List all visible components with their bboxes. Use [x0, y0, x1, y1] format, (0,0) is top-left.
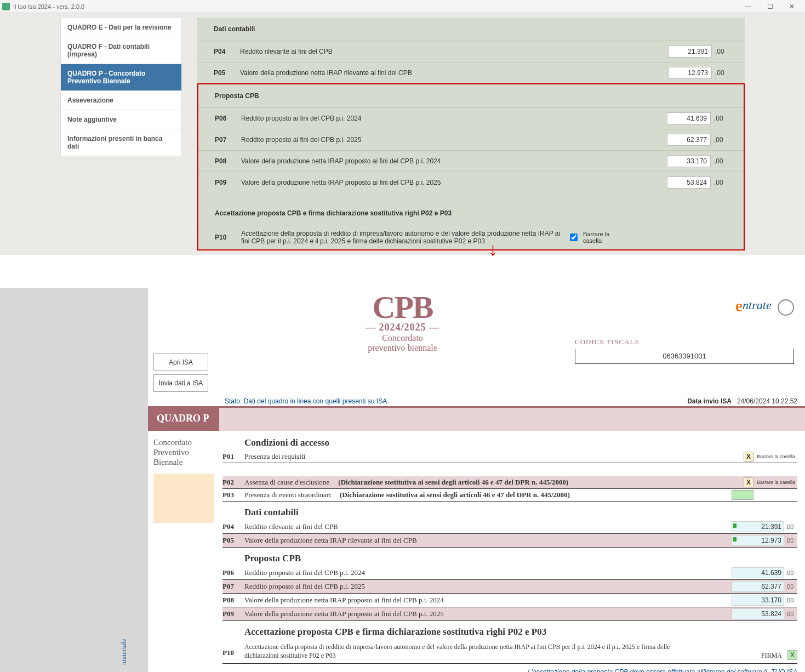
doc-row-p06: P06 Reddito proposto ai fini del CPB p.i… — [222, 566, 797, 580]
section-title: Proposta CPB — [198, 84, 744, 107]
maximize-button[interactable]: ☐ — [759, 1, 781, 12]
doc-row-p03: P03 Presenza di eventi straordinari (Dic… — [222, 489, 797, 502]
sidebar-item-asseverazione[interactable]: Asseverazione — [60, 90, 182, 110]
input-p05[interactable]: 12.973 — [668, 67, 712, 79]
quadro-p-badge: QUADRO P — [148, 406, 219, 431]
row-p07: P07 Reddito proposto ai fini del CPB p.i… — [198, 129, 744, 150]
sidebar: QUADRO E - Dati per la revisione QUADRO … — [0, 18, 186, 255]
row-p06: P06 Reddito proposto ai fini del CPB p.i… — [198, 107, 744, 129]
row-p04: P04 Reddito rilevante ai fini del CPB 21… — [197, 41, 745, 62]
sidebar-item-quadro-e[interactable]: QUADRO E - Dati per la revisione — [60, 18, 182, 37]
section-title-dati: Dati contabili — [222, 507, 797, 518]
row-p09: P09 Valore della produzione netta IRAP p… — [198, 172, 744, 193]
vertical-label: nisteriale — [119, 639, 128, 665]
row-p10: P10 Accettazione della proposta di reddi… — [198, 225, 744, 249]
window-title: Il tuo Isa 2024 - vers. 2.0.0 — [13, 3, 84, 10]
val-p08-doc[interactable]: 33.170 — [732, 595, 784, 606]
checkbox-p01-doc[interactable]: X — [744, 452, 753, 462]
dati-contabili-box: Dati contabili P04 Reddito rilevante ai … — [197, 18, 745, 83]
data-invio-value: 24/06/2024 10:22:52 — [737, 397, 797, 405]
section-title: Accettazione proposta CPB e firma dichia… — [198, 193, 744, 225]
sidebar-item-quadro-p[interactable]: QUADRO P - Concordato Preventivo Biennal… — [60, 64, 182, 90]
sidebar-item-quadro-f[interactable]: QUADRO F - Dati contabili (impresa) — [60, 37, 182, 64]
marker-icon — [733, 537, 737, 542]
section-title-proposta: Proposta CPB — [222, 553, 797, 564]
arrow-down-icon: ↓ — [488, 238, 498, 260]
document-area: nisteriale Apri ISA Invia dati a ISA CPB… — [148, 288, 805, 672]
data-invio-label: Data invio ISA — [687, 397, 737, 405]
close-button[interactable]: ✕ — [781, 1, 803, 12]
input-p04[interactable]: 21.391 — [668, 45, 712, 58]
section-title-condizioni: Condizioni di accesso — [222, 437, 797, 448]
color-box — [153, 474, 214, 523]
sidebar-item-banca-dati[interactable]: Informazioni presenti in banca dati — [60, 129, 182, 156]
input-p09[interactable]: 53.824 — [667, 176, 711, 189]
row-p05: P05 Valore della produzione netta IRAP r… — [197, 62, 745, 83]
section-title: Dati contabili — [197, 18, 745, 41]
minimize-button[interactable]: — — [737, 1, 759, 12]
val-p09-doc[interactable]: 53.824 — [732, 608, 784, 619]
checkbox-p10[interactable] — [570, 234, 578, 241]
left-margin — [0, 288, 148, 672]
proposta-cpb-box: Proposta CPB P06 Reddito proposto ai fin… — [197, 83, 745, 250]
input-p03-doc[interactable] — [732, 490, 753, 500]
section-title-accettazione: Accettazione proposta CPB e firma dichia… — [222, 627, 797, 637]
input-p06[interactable]: 41.639 — [667, 112, 711, 124]
cf-value: 06363391001 — [575, 349, 794, 364]
doc-row-p07: P07 Reddito proposto ai fini del CPB p.i… — [222, 580, 797, 594]
checkbox-p02-doc[interactable]: X — [744, 477, 753, 487]
doc-row-p09: P09 Valore della produzione netta IRAP p… — [222, 607, 797, 621]
val-p05-doc[interactable]: 12.973 — [732, 535, 784, 546]
val-p04-doc[interactable]: 21.391 — [732, 521, 784, 532]
doc-subtitle: Concordato Preventivo Biennale — [153, 437, 214, 467]
firma-label: FIRMA — [761, 652, 782, 660]
agenzia-entrate-logo: entrate — [575, 297, 794, 316]
app-icon — [2, 3, 10, 10]
apri-isa-button[interactable]: Apri ISA — [153, 354, 208, 371]
val-p07-doc[interactable]: 62.377 — [732, 581, 784, 592]
arrow-indicator: ↓ — [0, 255, 805, 288]
marker-icon — [733, 523, 737, 528]
input-p08[interactable]: 33.170 — [667, 155, 711, 167]
doc-row-p08: P08 Valore della produzione netta IRAP p… — [222, 594, 797, 607]
status-text: Stato: Dati del quadro in linea con quel… — [225, 397, 687, 405]
row-p08: P08 Valore della produzione netta IRAP p… — [198, 150, 744, 172]
doc-row-p02: P02 Assenza di cause d'esclusione (Dichi… — [222, 476, 797, 489]
doc-row-p04: P04 Reddito rilevante ai fini del CPB 21… — [222, 520, 797, 534]
cpb-logo-block: CPB — 2024/2025 — Concordato preventivo … — [219, 293, 575, 395]
val-p06-doc[interactable]: 41.639 — [732, 567, 784, 578]
doc-row-p01: P01 Presenza dei requisiti X Barrare la … — [222, 451, 797, 463]
sidebar-item-note[interactable]: Note aggiuntive — [60, 110, 182, 129]
doc-row-p05: P05 Valore della produzione netta IRAP r… — [222, 534, 797, 548]
footer-note: L'accettazione della proposta CPB deve e… — [148, 666, 805, 672]
emblem-icon — [778, 299, 794, 316]
window-titlebar: Il tuo Isa 2024 - vers. 2.0.0 — ☐ ✕ — [0, 0, 805, 13]
invia-dati-button[interactable]: Invia dati a ISA — [153, 374, 208, 392]
firma-checkbox[interactable]: X — [787, 650, 797, 660]
input-p07[interactable]: 62.377 — [667, 134, 711, 146]
cf-label: CODICE FISCALE — [575, 338, 794, 346]
doc-row-p10: P10 Accettazione della proposta di reddi… — [222, 640, 797, 664]
